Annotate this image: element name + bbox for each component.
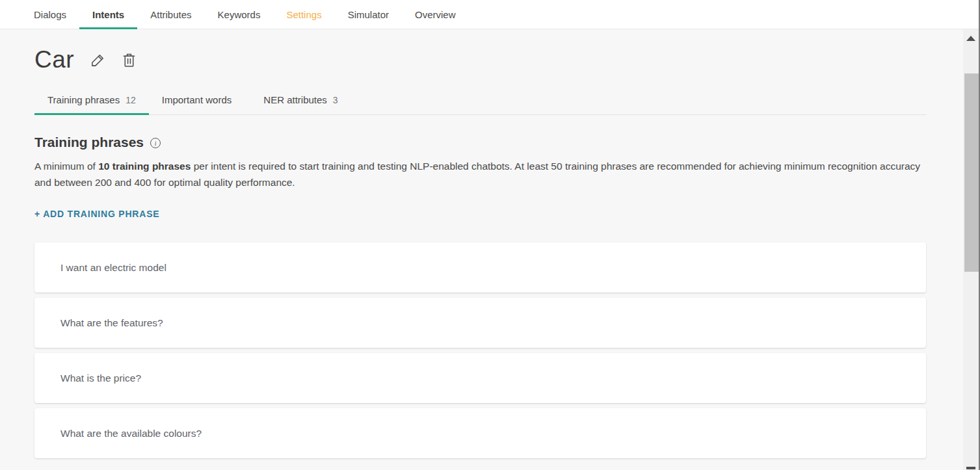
section-description: A minimum of 10 training phrases per int… <box>34 158 926 190</box>
tab-training-phrases[interactable]: Training phrases 12 <box>34 88 149 114</box>
intent-detail-panel: Car <box>34 29 926 463</box>
tab-label: NER attributes <box>263 88 327 112</box>
training-phrase-row[interactable]: What are the features? <box>34 298 926 348</box>
training-phrase-text: What are the features? <box>60 317 163 329</box>
training-phrase-text: I want an electric model <box>60 262 166 274</box>
nav-item-keywords[interactable]: Keywords <box>205 0 274 29</box>
intent-title-row: Car <box>34 46 926 73</box>
tab-ner-attributes[interactable]: NER attributes 3 <box>250 88 351 114</box>
info-icon[interactable]: i <box>150 138 161 148</box>
scroll-up-arrow-icon <box>966 36 975 41</box>
edit-intent-button[interactable] <box>90 52 106 68</box>
description-prefix: A minimum of <box>34 161 98 172</box>
nav-item-simulator[interactable]: Simulator <box>335 0 402 29</box>
nav-item-dialogs[interactable]: Dialogs <box>21 0 79 29</box>
training-phrase-row[interactable]: What are the available colours? <box>34 408 926 458</box>
training-phrase-row[interactable]: I want an electric model <box>34 242 926 293</box>
scroll-down-button[interactable] <box>966 467 975 469</box>
description-bold: 10 training phrases <box>98 161 191 172</box>
app-window: Dialogs Intents Attributes Keywords Sett… <box>0 0 980 470</box>
nav-item-settings[interactable]: Settings <box>273 0 334 29</box>
training-phrase-row[interactable]: What is the price? <box>34 353 926 403</box>
tab-important-words[interactable]: Important words <box>149 88 251 114</box>
pencil-icon <box>90 52 106 68</box>
scrollbar-thumb[interactable] <box>964 73 979 272</box>
tab-count: 12 <box>126 88 136 112</box>
nav-item-attributes[interactable]: Attributes <box>137 0 204 29</box>
add-training-phrase-button[interactable]: + ADD TRAINING PHRASE <box>34 209 159 219</box>
trash-icon <box>122 52 137 68</box>
section-title: Training phrases <box>34 135 144 150</box>
tab-label: Important words <box>162 88 232 112</box>
training-phrase-text: What is the price? <box>60 372 141 384</box>
tab-count: 3 <box>333 88 338 112</box>
training-phrase-text: What are the available colours? <box>60 428 202 439</box>
tab-label: Training phrases <box>47 88 120 112</box>
top-navbar: Dialogs Intents Attributes Keywords Sett… <box>0 0 979 29</box>
training-phrase-list: I want an electric model What are the fe… <box>34 242 926 458</box>
section-heading-row: Training phrases i <box>34 135 926 150</box>
nav-item-intents[interactable]: Intents <box>79 0 137 29</box>
delete-intent-button[interactable] <box>122 52 137 68</box>
intent-title: Car <box>34 46 74 73</box>
scroll-up-button[interactable] <box>963 29 979 47</box>
vertical-scrollbar[interactable] <box>963 29 979 470</box>
intent-tabs: Training phrases 12 Important words NER … <box>34 88 926 115</box>
nav-item-overview[interactable]: Overview <box>402 0 469 29</box>
